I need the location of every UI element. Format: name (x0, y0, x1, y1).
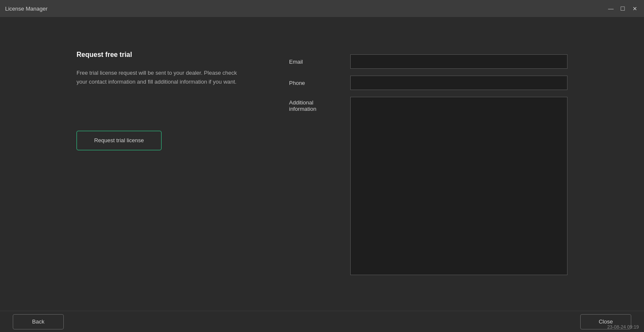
app-title: License Manager (5, 6, 48, 12)
window-controls: — ☐ ✕ (607, 4, 639, 13)
phone-label: Phone (289, 80, 340, 86)
close-window-button[interactable]: ✕ (630, 4, 639, 13)
maximize-button[interactable]: ☐ (618, 4, 627, 13)
phone-row: Phone (289, 76, 567, 90)
title-bar: License Manager — ☐ ✕ (0, 0, 644, 17)
right-panel: Email Phone Additional information (289, 51, 567, 275)
left-panel: Request free trial Free trial license re… (77, 51, 255, 150)
phone-field[interactable] (350, 76, 567, 90)
page-title: Request free trial (77, 51, 255, 59)
email-row: Email (289, 54, 567, 69)
additional-info-row: Additional information (289, 97, 567, 275)
content-area: Request free trial Free trial license re… (0, 17, 644, 311)
bottom-bar: Back Close (0, 311, 644, 332)
email-label: Email (289, 59, 340, 65)
additional-info-field[interactable] (350, 97, 567, 275)
timestamp: 23-08-24 09:19 (607, 324, 639, 329)
request-trial-button[interactable]: Request trial license (77, 131, 162, 150)
minimize-button[interactable]: — (607, 4, 615, 13)
email-field[interactable] (350, 54, 567, 69)
back-button[interactable]: Back (13, 314, 64, 329)
additional-info-label: Additional information (289, 97, 340, 112)
description-text: Free trial license request will be sent … (77, 69, 238, 87)
